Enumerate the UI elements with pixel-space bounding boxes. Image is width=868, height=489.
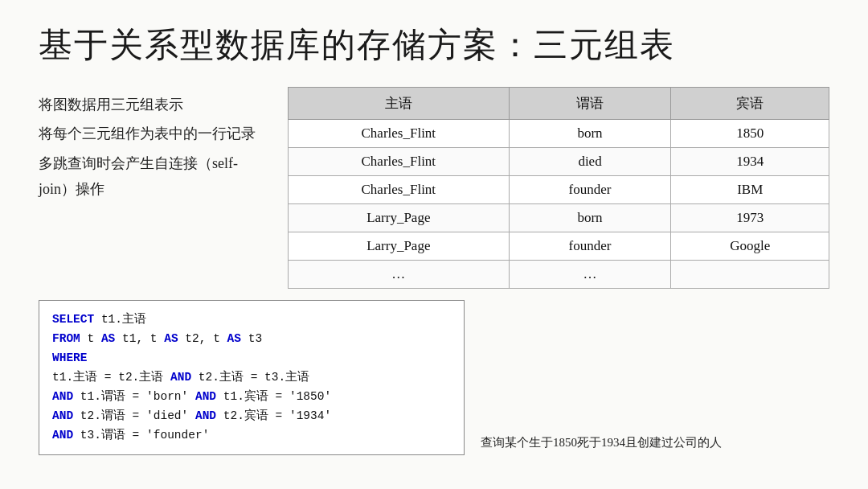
sql-keyword: SELECT — [52, 313, 101, 326]
table-header-row: 主语谓语宾语 — [289, 88, 829, 120]
sql-text: t1, t — [122, 332, 164, 345]
bottom-area: SELECT t1.主语FROM t AS t1, t AS t2, t AS … — [39, 300, 829, 455]
sql-code-box: SELECT t1.主语FROM t AS t1, t AS t2, t AS … — [39, 300, 465, 455]
slide: 基于关系型数据库的存储方案：三元组表 将图数据用三元组表示将每个三元组作为表中的… — [0, 0, 868, 489]
sql-text: t2, t — [185, 332, 227, 345]
table-body: Charles_Flintborn1850Charles_Flintdied19… — [289, 120, 829, 289]
table-column-header: 宾语 — [671, 88, 829, 120]
sql-text: t1.宾语 = '1850' — [223, 390, 331, 403]
sql-text: t2.宾语 = '1934' — [223, 409, 331, 422]
table-head: 主语谓语宾语 — [289, 88, 829, 120]
table-cell: 1850 — [671, 120, 829, 148]
table-cell: 1934 — [671, 148, 829, 176]
right-table-block: 主语谓语宾语 Charles_Flintborn1850Charles_Flin… — [288, 87, 829, 289]
left-point: 将图数据用三元组表示 — [39, 92, 264, 117]
table-column-header: 主语 — [289, 88, 510, 120]
table-cell: founder — [509, 232, 671, 261]
sql-keyword: AS — [164, 332, 185, 345]
table-cell: 1973 — [671, 204, 829, 232]
triple-table: 主语谓语宾语 Charles_Flintborn1850Charles_Flin… — [288, 87, 829, 289]
table-cell — [671, 261, 829, 289]
page-title: 基于关系型数据库的存储方案：三元组表 — [39, 23, 829, 68]
sql-text: t1.主语 = t2.主语 — [52, 371, 170, 384]
sql-keyword: AND — [170, 371, 199, 384]
table-cell: Google — [671, 232, 829, 261]
table-cell: … — [509, 261, 671, 289]
table-cell: born — [509, 204, 671, 232]
sql-line: AND t3.谓语 = 'founder' — [52, 426, 451, 446]
sql-text: t — [88, 332, 101, 345]
sql-keyword: AND — [52, 429, 80, 442]
sql-note: 查询某个生于1850死于1934且创建过公司的人 — [465, 435, 722, 454]
sql-text: t2.主语 = t3.主语 — [199, 371, 309, 384]
table-cell: Charles_Flint — [289, 120, 510, 148]
table-cell: died — [509, 148, 671, 176]
table-cell: IBM — [671, 176, 829, 204]
left-point: 将每个三元组作为表中的一行记录 — [39, 121, 264, 146]
table-row: Larry_Pageborn1973 — [289, 204, 829, 232]
table-cell: born — [509, 120, 671, 148]
sql-line: WHERE — [52, 349, 451, 368]
sql-text: t1.主语 — [101, 313, 146, 326]
table-row: Larry_PagefounderGoogle — [289, 232, 829, 261]
sql-keyword: AND — [195, 409, 223, 422]
table-row: Charles_Flintborn1850 — [289, 120, 829, 148]
sql-keyword: WHERE — [52, 351, 88, 364]
sql-line: AND t2.谓语 = 'died' AND t2.宾语 = '1934' — [52, 407, 451, 426]
sql-text: t1.谓语 = 'born' — [80, 390, 195, 403]
sql-keyword: AND — [52, 390, 80, 403]
sql-line: FROM t AS t1, t AS t2, t AS t3 — [52, 330, 451, 349]
table-cell: Larry_Page — [289, 232, 510, 261]
sql-keyword: FROM — [52, 332, 88, 345]
table-row: …… — [289, 261, 829, 289]
sql-keyword: AND — [195, 390, 223, 403]
sql-text: t3 — [248, 332, 262, 345]
sql-keyword: AS — [101, 332, 122, 345]
table-cell: … — [289, 261, 510, 289]
sql-line: SELECT t1.主语 — [52, 310, 451, 330]
sql-keyword: AND — [52, 409, 80, 422]
sql-line: AND t1.谓语 = 'born' AND t1.宾语 = '1850' — [52, 388, 451, 407]
table-cell: founder — [509, 176, 671, 204]
content-area: 将图数据用三元组表示将每个三元组作为表中的一行记录多跳查询时会产生自连接（sel… — [39, 87, 829, 289]
sql-text: t3.谓语 = 'founder' — [80, 429, 210, 442]
table-column-header: 谓语 — [509, 88, 671, 120]
sql-keyword: AS — [227, 332, 248, 345]
sql-text: t2.谓语 = 'died' — [80, 409, 195, 422]
table-row: Charles_Flintdied1934 — [289, 148, 829, 176]
table-row: Charles_FlintfounderIBM — [289, 176, 829, 204]
table-cell: Charles_Flint — [289, 148, 510, 176]
table-cell: Larry_Page — [289, 204, 510, 232]
sql-line: t1.主语 = t2.主语 AND t2.主语 = t3.主语 — [52, 368, 451, 388]
left-point: 多跳查询时会产生自连接（self-join）操作 — [39, 150, 264, 203]
table-cell: Charles_Flint — [289, 176, 510, 204]
left-text-block: 将图数据用三元组表示将每个三元组作为表中的一行记录多跳查询时会产生自连接（sel… — [39, 87, 264, 206]
